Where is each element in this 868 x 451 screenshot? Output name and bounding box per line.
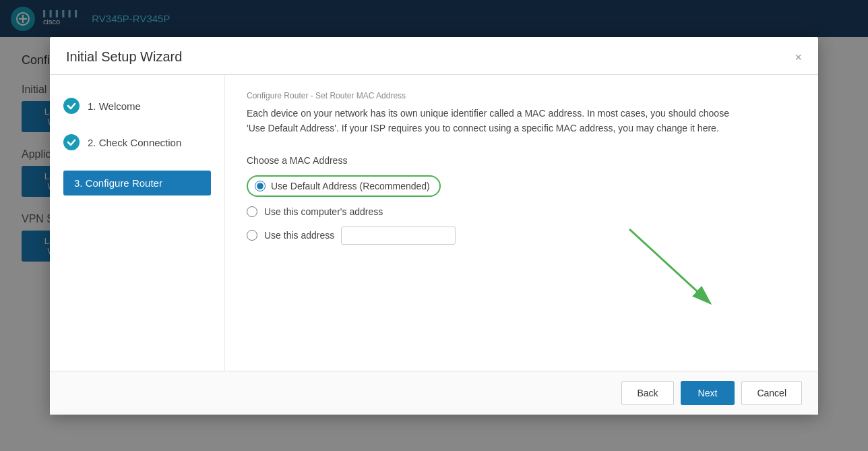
cancel-button[interactable]: Cancel — [741, 381, 802, 405]
content-subtitle: Configure Router - Set Router MAC Addres… — [247, 91, 797, 100]
mac-section-label: Choose a MAC Address — [247, 155, 797, 166]
back-button[interactable]: Back — [621, 381, 673, 405]
recommended-option-container[interactable]: Use Default Address (Recommended) — [247, 175, 441, 197]
step2-label: 2. Check Connection — [88, 137, 181, 148]
modal-header: Initial Setup Wizard × — [50, 37, 818, 75]
wizard-step-1: 1. Welcome — [63, 94, 211, 118]
mac-custom-radio[interactable] — [247, 230, 257, 241]
step1-complete-icon — [63, 98, 80, 114]
mac-option-custom[interactable]: Use this address — [247, 227, 797, 245]
mac-default-radio[interactable] — [255, 181, 266, 191]
wizard-step-3[interactable]: 3. Configure Router — [63, 167, 211, 200]
next-button[interactable]: Next — [681, 381, 735, 405]
mac-computer-radio[interactable] — [247, 206, 257, 217]
modal-dialog: Initial Setup Wizard × 1. Welcome — [50, 37, 818, 415]
mac-custom-input[interactable] — [341, 227, 456, 245]
mac-option-computer[interactable]: Use this computer's address — [247, 206, 797, 217]
wizard-steps-sidebar: 1. Welcome 2. Check Connection 3. Con — [50, 75, 225, 371]
modal-body: 1. Welcome 2. Check Connection 3. Con — [50, 75, 818, 371]
modal-title: Initial Setup Wizard — [66, 49, 182, 65]
mac-address-options: Use Default Address (Recommended) Use th… — [247, 175, 797, 245]
step2-complete-icon — [63, 134, 80, 150]
mac-computer-label[interactable]: Use this computer's address — [264, 206, 383, 217]
mac-custom-label[interactable]: Use this address — [264, 230, 334, 241]
modal-overlay: Initial Setup Wizard × 1. Welcome — [0, 0, 868, 451]
mac-option-default[interactable]: Use Default Address (Recommended) — [247, 175, 797, 197]
mac-default-label[interactable]: Use Default Address (Recommended) — [271, 181, 430, 191]
wizard-content-area: Configure Router - Set Router MAC Addres… — [225, 75, 818, 371]
modal-footer: Back Next Cancel — [50, 371, 818, 415]
app-shell: ▌▌▌▌▌▌ cisco RV345P-RV345P Configuration… — [0, 0, 868, 451]
step1-label: 1. Welcome — [88, 100, 141, 112]
step3-active-button[interactable]: 3. Configure Router — [63, 171, 211, 196]
modal-close-button[interactable]: × — [795, 51, 802, 63]
content-description: Each device on your network has its own … — [247, 106, 732, 136]
wizard-step-2: 2. Check Connection — [63, 130, 211, 154]
